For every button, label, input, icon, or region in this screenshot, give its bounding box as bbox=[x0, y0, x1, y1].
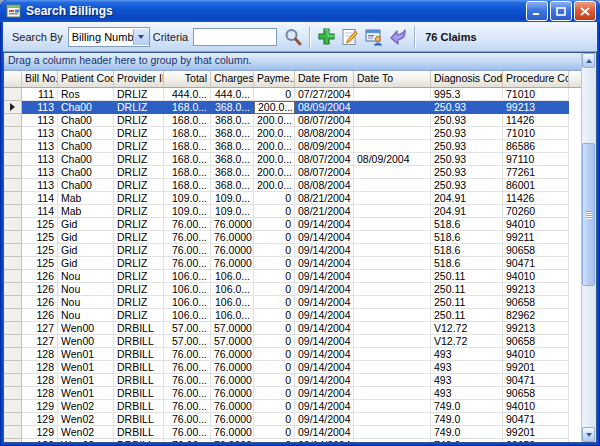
grid-cell-bill-no[interactable]: 128 bbox=[22, 374, 58, 387]
grid-cell-provider-id[interactable]: DRLIZ bbox=[114, 153, 164, 166]
row-indicator[interactable] bbox=[4, 374, 22, 387]
grid-cell-charges[interactable]: 76.0000 bbox=[211, 413, 254, 426]
grid-cell-charges[interactable]: 76.0000 bbox=[211, 426, 254, 439]
grid-cell-procedure-code[interactable]: 90658 bbox=[503, 439, 569, 442]
grid-cell-procedure-code[interactable]: 99201 bbox=[503, 361, 569, 374]
grid-cell-bill-no[interactable]: 113 bbox=[22, 179, 58, 192]
grid-cell-provider-id[interactable]: DRLIZ bbox=[114, 218, 164, 231]
grid-cell-bill-no[interactable]: 113 bbox=[22, 140, 58, 153]
column-header-payments[interactable]: Payme... bbox=[254, 71, 295, 87]
grid-cell-payments[interactable]: 200.0... bbox=[254, 114, 295, 127]
grid-cell-date-from[interactable]: 08/21/2004 bbox=[295, 192, 354, 205]
grid-cell-patient-code[interactable]: Wen00 bbox=[58, 335, 114, 348]
grid-cell-charges[interactable]: 106.0... bbox=[211, 270, 254, 283]
row-indicator[interactable] bbox=[4, 127, 22, 140]
grid-cell-date-to[interactable] bbox=[354, 413, 431, 426]
grid-cell-date-to[interactable] bbox=[354, 179, 431, 192]
grid-cell-total[interactable]: 444.0... bbox=[164, 88, 211, 101]
grid-cell-total[interactable]: 76.00... bbox=[164, 387, 211, 400]
row-indicator[interactable] bbox=[4, 361, 22, 374]
grid-cell-date-to[interactable] bbox=[354, 374, 431, 387]
patient-record-button[interactable] bbox=[362, 25, 386, 49]
row-indicator[interactable] bbox=[4, 296, 22, 309]
grid-cell-bill-no[interactable]: 125 bbox=[22, 244, 58, 257]
grid-cell-total[interactable]: 57.00... bbox=[164, 335, 211, 348]
grid-cell-total[interactable]: 76.00... bbox=[164, 400, 211, 413]
grid-cell-date-to[interactable] bbox=[354, 283, 431, 296]
grid-cell-procedure-code[interactable]: 90471 bbox=[503, 257, 569, 270]
grid-cell-charges[interactable]: 368.0... bbox=[211, 179, 254, 192]
grid-cell-diagnosis-code[interactable]: 250.93 bbox=[431, 101, 503, 114]
grid-cell-bill-no[interactable]: 127 bbox=[22, 322, 58, 335]
table-row[interactable]: 128Wen01DRBILL76.00...76.0000009/14/2004… bbox=[4, 361, 581, 374]
add-button[interactable] bbox=[314, 25, 338, 49]
grid-cell-payments[interactable]: 0 bbox=[254, 270, 295, 283]
grid-cell-payments[interactable]: 0 bbox=[254, 335, 295, 348]
grid-cell-patient-code[interactable]: Nou bbox=[58, 296, 114, 309]
grid-cell-provider-id[interactable]: DRLIZ bbox=[114, 309, 164, 322]
maximize-button[interactable] bbox=[550, 1, 572, 21]
combobox-dropdown-button[interactable] bbox=[133, 29, 149, 45]
grid-cell-procedure-code[interactable]: 77261 bbox=[503, 166, 569, 179]
grid-cell-date-from[interactable]: 09/14/2004 bbox=[295, 374, 354, 387]
grid-cell-total[interactable]: 76.00... bbox=[164, 374, 211, 387]
grid-cell-bill-no[interactable]: 127 bbox=[22, 335, 58, 348]
grid-cell-patient-code[interactable]: Wen01 bbox=[58, 374, 114, 387]
grid-cell-bill-no[interactable]: 113 bbox=[22, 114, 58, 127]
grid-cell-payments[interactable]: 0 bbox=[254, 205, 295, 218]
grid-cell-diagnosis-code[interactable]: 518.6 bbox=[431, 257, 503, 270]
grid-cell-date-to[interactable] bbox=[354, 270, 431, 283]
grid-cell-date-to[interactable] bbox=[354, 348, 431, 361]
grid-cell-patient-code[interactable]: Wen00 bbox=[58, 322, 114, 335]
table-row[interactable]: 129Wen02DRBILL76.00...76.0000009/14/2004… bbox=[4, 426, 581, 439]
grid-cell-provider-id[interactable]: DRBILL bbox=[114, 439, 164, 442]
grid-cell-date-from[interactable]: 09/14/2004 bbox=[295, 413, 354, 426]
grid-cell-date-to[interactable] bbox=[354, 335, 431, 348]
grid-cell-payments[interactable]: 0 bbox=[254, 413, 295, 426]
grid-cell-charges[interactable]: 76.0000 bbox=[211, 218, 254, 231]
grid-cell-date-from[interactable]: 08/07/2004 bbox=[295, 153, 354, 166]
grid-cell-date-from[interactable]: 09/14/2004 bbox=[295, 218, 354, 231]
grid-cell-provider-id[interactable]: DRLIZ bbox=[114, 127, 164, 140]
grid-cell-payments[interactable]: 0 bbox=[254, 218, 295, 231]
row-indicator[interactable] bbox=[4, 270, 22, 283]
grid-cell-charges[interactable]: 76.0000 bbox=[211, 348, 254, 361]
grid-cell-patient-code[interactable]: Wen02 bbox=[58, 426, 114, 439]
row-indicator[interactable] bbox=[4, 192, 22, 205]
table-row[interactable]: 127Wen00DRBILL57.00...57.0000009/14/2004… bbox=[4, 335, 581, 348]
grid-cell-patient-code[interactable]: Nou bbox=[58, 283, 114, 296]
table-row[interactable]: 114MabDRLIZ109.0...109.0...008/21/200420… bbox=[4, 192, 581, 205]
grid-cell-diagnosis-code[interactable]: 250.93 bbox=[431, 166, 503, 179]
grid-cell-payments[interactable]: 0 bbox=[254, 244, 295, 257]
row-indicator[interactable] bbox=[4, 166, 22, 179]
row-indicator[interactable] bbox=[4, 179, 22, 192]
grid-cell-charges[interactable]: 76.0000 bbox=[211, 244, 254, 257]
grid-cell-total[interactable]: 109.0... bbox=[164, 192, 211, 205]
grid-cell-bill-no[interactable]: 113 bbox=[22, 101, 58, 114]
grid-cell-date-to[interactable]: 08/09/2004 bbox=[354, 153, 431, 166]
table-row[interactable]: 128Wen01DRBILL76.00...76.0000009/14/2004… bbox=[4, 374, 581, 387]
column-header-charges[interactable]: Charges bbox=[211, 71, 254, 87]
grid-cell-diagnosis-code[interactable]: 250.11 bbox=[431, 283, 503, 296]
grid-cell-diagnosis-code[interactable]: 250.11 bbox=[431, 296, 503, 309]
row-indicator[interactable] bbox=[4, 426, 22, 439]
grid-cell-payments[interactable]: 200.0... bbox=[254, 127, 295, 140]
grid-cell-charges[interactable]: 76.0000 bbox=[211, 231, 254, 244]
grid-cell-provider-id[interactable]: DRBILL bbox=[114, 387, 164, 400]
column-header-patient-code[interactable]: Patient Code bbox=[58, 71, 114, 87]
table-row[interactable]: 113Cha00DRLIZ168.0...368.0...200.0...08/… bbox=[4, 127, 581, 140]
grid-cell-date-to[interactable] bbox=[354, 101, 431, 114]
grid-cell-charges[interactable]: 76.0000 bbox=[211, 387, 254, 400]
table-row[interactable]: 113Cha00DRLIZ168.0...368.0...200.0...08/… bbox=[4, 166, 581, 179]
grid-cell-date-to[interactable] bbox=[354, 88, 431, 101]
grid-cell-diagnosis-code[interactable]: 749.0 bbox=[431, 439, 503, 442]
grid-cell-charges[interactable]: 368.0... bbox=[211, 101, 254, 114]
grid-cell-date-from[interactable]: 08/08/2004 bbox=[295, 179, 354, 192]
grid-cell-patient-code[interactable]: Gid bbox=[58, 257, 114, 270]
grid-cell-payments[interactable]: 0 bbox=[254, 283, 295, 296]
column-header-procedure-code[interactable]: Procedure Code bbox=[503, 71, 569, 87]
grid-cell-diagnosis-code[interactable]: 518.6 bbox=[431, 244, 503, 257]
grid-cell-bill-no[interactable]: 113 bbox=[22, 127, 58, 140]
grid-cell-date-from[interactable]: 09/14/2004 bbox=[295, 400, 354, 413]
undo-arrow-button[interactable] bbox=[386, 25, 410, 49]
